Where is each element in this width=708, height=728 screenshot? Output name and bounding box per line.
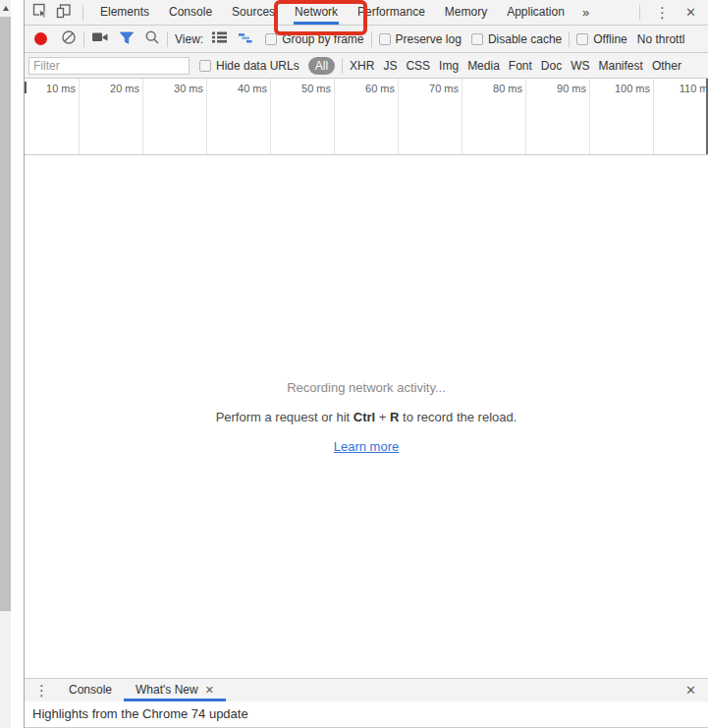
devtools-tabbar: ElementsConsoleSourcesNetworkPerformance… xyxy=(25,0,708,26)
checkbox-icon xyxy=(265,33,277,45)
filter-type-js[interactable]: JS xyxy=(383,59,397,73)
r-key-label: R xyxy=(390,410,399,424)
drawer-tab-whats-new[interactable]: What's New ✕ xyxy=(124,679,226,701)
overflow-menu-icon[interactable]: ⋮ xyxy=(647,5,678,20)
filter-type-media[interactable]: Media xyxy=(467,59,500,73)
drawer-right-controls: ✕ xyxy=(678,684,708,698)
checkbox-icon xyxy=(471,33,483,45)
checkbox-icon xyxy=(379,33,391,45)
network-empty-state: Recording network activity... Perform a … xyxy=(25,155,708,678)
scrollbar-up-button[interactable] xyxy=(0,0,11,16)
tab-sources[interactable]: Sources xyxy=(222,0,285,25)
tab-application[interactable]: Application xyxy=(497,0,574,25)
learn-more-link[interactable]: Learn more xyxy=(334,439,399,454)
separator xyxy=(371,31,372,47)
tab-memory[interactable]: Memory xyxy=(435,0,497,25)
more-tabs-button[interactable]: » xyxy=(574,5,597,20)
checkbox-icon xyxy=(199,60,211,72)
devtools-panel: ElementsConsoleSourcesNetworkPerformance… xyxy=(24,0,708,728)
preserve-log-label: Preserve log xyxy=(396,32,462,46)
offline-label: Offline xyxy=(593,32,626,46)
separator xyxy=(342,58,343,74)
timeline-tick-label: 30 ms xyxy=(131,83,203,94)
device-toolbar-icon xyxy=(56,3,72,22)
inspect-icon xyxy=(32,3,48,22)
filter-input[interactable] xyxy=(28,57,190,75)
tabbar-right-controls: ⋮ ✕ xyxy=(632,5,708,21)
group-by-frame-checkbox[interactable]: Group by frame xyxy=(265,32,363,46)
timeline-tick-label: 20 ms xyxy=(67,83,139,94)
timeline-ruler: 10 ms20 ms30 ms40 ms50 ms60 ms70 ms80 ms… xyxy=(25,79,708,155)
device-toolbar-button[interactable] xyxy=(52,1,76,25)
capture-screenshots-button[interactable] xyxy=(91,30,109,47)
filter-button[interactable] xyxy=(119,30,135,48)
record-icon[interactable] xyxy=(34,32,47,45)
list-view-icon xyxy=(211,30,228,47)
filter-type-ws[interactable]: WS xyxy=(571,59,589,73)
filter-type-other[interactable]: Other xyxy=(652,59,681,73)
devtools-close-icon[interactable]: ✕ xyxy=(678,6,704,19)
throttling-select[interactable]: No throttl xyxy=(637,32,685,46)
scroll-up-arrow-icon xyxy=(3,6,9,11)
ctrl-key-label: Ctrl xyxy=(354,410,375,424)
separator xyxy=(639,5,640,21)
separator xyxy=(82,5,83,21)
offline-checkbox[interactable]: Offline xyxy=(576,32,626,46)
inspect-element-button[interactable] xyxy=(28,1,52,25)
main-tabbar-tabs: ElementsConsoleSourcesNetworkPerformance… xyxy=(90,0,574,25)
drawer-menu-icon[interactable]: ⋮ xyxy=(27,683,57,698)
filter-type-list: XHRJSCSSImgMediaFontDocWSManifestOther xyxy=(350,59,681,73)
tab-performance[interactable]: Performance xyxy=(348,0,435,25)
timeline-tick-label: 50 ms xyxy=(258,83,331,94)
list-view-button[interactable] xyxy=(211,30,228,47)
filter-type-manifest[interactable]: Manifest xyxy=(599,59,643,73)
filter-type-xhr[interactable]: XHR xyxy=(350,59,374,73)
drawer-tabbar: ⋮ Console What's New ✕ ✕ xyxy=(25,678,708,701)
clear-icon xyxy=(61,29,77,48)
network-toolbar: View: Group by frame Preserve log Disabl… xyxy=(25,26,708,53)
whats-new-heading: Highlights from the Chrome 74 update xyxy=(25,701,708,728)
disable-cache-label: Disable cache xyxy=(488,32,562,46)
timeline-tick-label: 80 ms xyxy=(450,83,522,94)
waterfall-view-button[interactable] xyxy=(238,30,253,48)
timeline-tick-label: 110 ms xyxy=(641,83,708,94)
page-scrollbar[interactable] xyxy=(0,0,11,728)
clear-button[interactable] xyxy=(61,29,77,48)
filter-type-font[interactable]: Font xyxy=(509,59,532,73)
drawer-close-icon[interactable]: ✕ xyxy=(678,683,704,698)
search-button[interactable] xyxy=(144,29,160,48)
tab-console[interactable]: Console xyxy=(159,0,222,25)
timeline-tick-label: 60 ms xyxy=(322,83,395,94)
filter-type-img[interactable]: Img xyxy=(439,59,459,73)
view-label: View: xyxy=(175,32,203,46)
reload-instruction-text: Perform a request or hit Ctrl + R to rec… xyxy=(216,410,517,424)
hide-data-urls-label: Hide data URLs xyxy=(216,59,300,73)
checkbox-icon xyxy=(576,33,588,45)
preserve-log-checkbox[interactable]: Preserve log xyxy=(379,32,462,46)
timeline-tick-label: 90 ms xyxy=(514,83,586,94)
filter-funnel-icon xyxy=(119,30,135,48)
tab-network[interactable]: Network xyxy=(285,0,348,25)
network-filter-bar: Hide data URLs All XHRJSCSSImgMediaFontD… xyxy=(25,53,708,79)
scrollbar-thumb[interactable] xyxy=(0,17,11,611)
recording-status-text: Recording network activity... xyxy=(287,380,446,395)
tab-elements[interactable]: Elements xyxy=(90,0,159,25)
drawer-tab-console[interactable]: Console xyxy=(57,679,124,701)
filter-type-css[interactable]: CSS xyxy=(406,59,430,73)
waterfall-icon xyxy=(238,30,253,48)
search-icon xyxy=(144,29,160,48)
tab-close-icon[interactable]: ✕ xyxy=(205,679,214,701)
timeline-tick-label: 100 ms xyxy=(577,83,650,94)
disable-cache-checkbox[interactable]: Disable cache xyxy=(471,32,562,46)
filter-type-doc[interactable]: Doc xyxy=(541,59,562,73)
timeline-tick-label: 70 ms xyxy=(386,83,459,94)
timeline-tick-label: 40 ms xyxy=(194,83,267,94)
group-by-frame-label: Group by frame xyxy=(282,32,363,46)
filter-type-all[interactable]: All xyxy=(308,57,335,75)
screenshot-icon xyxy=(91,30,109,47)
separator xyxy=(167,31,168,47)
separator xyxy=(83,31,84,47)
hide-data-urls-checkbox[interactable]: Hide data URLs xyxy=(199,59,300,73)
separator xyxy=(569,31,570,47)
